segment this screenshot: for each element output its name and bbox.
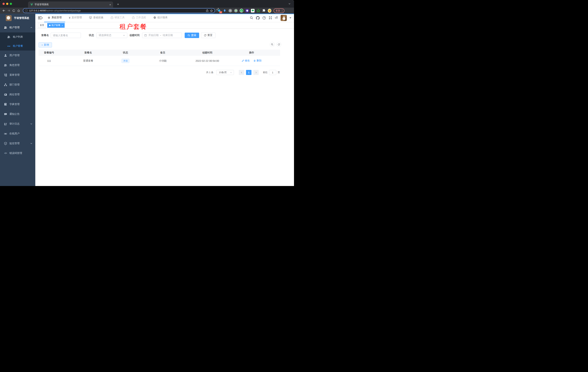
app-header: ⚙系统管理 ¥支付管理 基础设施 研发工具 工作流程 统计报表 TT bbox=[35, 14, 294, 22]
sidebar-item-role-management[interactable]: 角色管理 bbox=[0, 60, 35, 70]
sidebar-item-user-management[interactable]: 用户管理 bbox=[0, 51, 35, 60]
top-nav-dev-tools[interactable]: 研发工具 bbox=[107, 14, 128, 22]
users-icon bbox=[7, 35, 10, 39]
filter-form: 套餐名 状态 请选择状态 创建时间 开始日期 - 结束日期 bbox=[39, 32, 294, 38]
close-window-button[interactable] bbox=[2, 3, 5, 5]
add-button[interactable]: + 新增 bbox=[39, 43, 52, 47]
top-nav-workflow[interactable]: 工作流程 bbox=[128, 14, 150, 22]
back-button[interactable] bbox=[1, 8, 6, 13]
pagination-total: 共 1 条 bbox=[206, 71, 213, 74]
top-nav-system[interactable]: ⚙系统管理 bbox=[44, 14, 65, 22]
user-icon bbox=[4, 54, 7, 57]
page-size-select[interactable]: 10条/页 bbox=[216, 70, 234, 75]
prev-page-button[interactable] bbox=[239, 70, 244, 75]
tab-close-icon[interactable]: × bbox=[109, 3, 111, 6]
tag-tenant-package[interactable]: 租户套餐× bbox=[47, 23, 65, 28]
extension-diamond-icon[interactable]: 10 bbox=[217, 9, 221, 12]
sidebar-item-label: 在线用户 bbox=[10, 132, 20, 135]
url-path: /admin-ui/system/tenant/package bbox=[46, 9, 81, 12]
avatar-caret-icon[interactable] bbox=[289, 17, 291, 19]
fullscreen-icon[interactable] bbox=[269, 16, 272, 20]
browser-menu-kebab-icon[interactable] bbox=[282, 10, 283, 12]
user-avatar[interactable] bbox=[281, 15, 287, 21]
browser-tab[interactable]: 芋道管理系统 × bbox=[28, 1, 113, 8]
top-nav-infra[interactable]: 基础设施 bbox=[85, 14, 107, 22]
toolbox-icon bbox=[111, 16, 113, 19]
plus-icon: + bbox=[42, 44, 43, 46]
sidebar-item-tenant-management[interactable]: 租户管理 bbox=[0, 23, 35, 32]
status-select[interactable]: 请选择状态 bbox=[96, 32, 127, 38]
chevron-down-icon bbox=[230, 71, 232, 74]
extension-gem-icon[interactable] bbox=[223, 9, 226, 12]
col-header: 套餐编号 bbox=[39, 51, 60, 54]
address-bar[interactable]: i 127.0.0.1:48080/admin-ui/system/tenant… bbox=[23, 8, 215, 13]
github-icon[interactable] bbox=[256, 16, 260, 20]
extension-y-icon[interactable]: y bbox=[240, 9, 243, 12]
tree-icon bbox=[4, 83, 7, 86]
search-icon[interactable] bbox=[250, 16, 253, 20]
sidebar-item-label: 审计日志 bbox=[10, 122, 20, 126]
site-info-icon[interactable]: i bbox=[25, 9, 28, 12]
share-icon[interactable] bbox=[206, 9, 209, 12]
edit-link[interactable]: 修改 bbox=[242, 59, 250, 62]
tag-home[interactable]: 首页 bbox=[38, 23, 46, 28]
top-nav-payment[interactable]: ¥支付管理 bbox=[65, 14, 85, 22]
sidebar-item-dept-management[interactable]: 部门管理 bbox=[0, 80, 35, 90]
sidebar-item-label: 错误码管理 bbox=[10, 152, 22, 155]
browser-toolbar: i 127.0.0.1:48080/admin-ui/system/tenant… bbox=[0, 8, 294, 14]
tag-close-icon[interactable]: × bbox=[62, 24, 63, 26]
forward-button[interactable] bbox=[6, 8, 11, 13]
sidebar-item-audit-log[interactable]: 审计日志 bbox=[0, 119, 35, 129]
top-nav-report[interactable]: 统计报表 bbox=[150, 14, 171, 22]
name-input[interactable] bbox=[51, 32, 81, 38]
delete-link[interactable]: 删除 bbox=[253, 59, 262, 62]
sidebar-item-dict-management[interactable]: 字典管理 bbox=[0, 99, 35, 109]
active-dot bbox=[49, 25, 51, 26]
home-button[interactable] bbox=[16, 8, 21, 13]
date-separator: - bbox=[160, 34, 161, 37]
sidebar-item-tenant-list[interactable]: 租户列表 bbox=[0, 32, 35, 42]
page-content: 套餐名 状态 请选择状态 创建时间 开始日期 - 结束日期 bbox=[35, 28, 294, 186]
goto-page-input[interactable] bbox=[269, 70, 276, 75]
sidebar-item-notice[interactable]: 通知公告 bbox=[0, 109, 35, 119]
sidebar-collapse-icon[interactable] bbox=[38, 16, 42, 19]
sidebar-item-error-code[interactable]: </> 错误码管理 bbox=[0, 148, 35, 158]
extension-command-icon[interactable]: ⌘ bbox=[229, 9, 232, 12]
reload-button[interactable] bbox=[11, 8, 16, 13]
reset-button[interactable]: 重置 bbox=[201, 32, 215, 38]
sidebar-item-menu-management[interactable]: 菜单管理 bbox=[0, 70, 35, 80]
col-header: 操作 bbox=[223, 51, 280, 54]
extension-star-icon[interactable] bbox=[257, 9, 260, 12]
url-text[interactable]: 127.0.0.1:48080/admin-ui/system/tenant/p… bbox=[29, 9, 204, 12]
browser-update-button[interactable]: 更新 bbox=[273, 8, 284, 13]
search-button[interactable]: 搜索 bbox=[185, 32, 199, 38]
create-time-label: 创建时间 bbox=[129, 34, 140, 37]
page-number-1[interactable]: 1 bbox=[246, 70, 252, 75]
refresh-table-button[interactable] bbox=[276, 42, 281, 47]
minimize-window-button[interactable] bbox=[6, 3, 8, 5]
sidebar-item-online-users[interactable]: 在线用户 bbox=[0, 129, 35, 138]
sidebar-item-post-management[interactable]: 岗位管理 bbox=[0, 90, 35, 99]
extensions-puzzle-icon[interactable] bbox=[262, 9, 266, 12]
sidebar-logo-row[interactable]: 芋道管理系统 bbox=[0, 14, 35, 23]
extension-record-icon[interactable] bbox=[234, 9, 238, 12]
table-header-row: 套餐编号 套餐名 状态 备注 创建时间 操作 bbox=[39, 50, 280, 56]
sidebar-item-sms-management[interactable]: 短信管理 bbox=[0, 138, 35, 148]
sidebar-item-label: 岗位管理 bbox=[10, 93, 20, 96]
next-page-button[interactable] bbox=[253, 70, 259, 75]
new-tab-button[interactable]: + bbox=[116, 2, 120, 7]
extension-shield-icon[interactable] bbox=[245, 9, 249, 12]
glasses-icon bbox=[7, 44, 10, 48]
show-search-button[interactable] bbox=[270, 42, 275, 47]
sidebar-item-tenant-package[interactable]: 租户套餐 bbox=[0, 42, 35, 51]
font-size-icon[interactable]: TT bbox=[275, 16, 278, 19]
question-icon[interactable] bbox=[262, 16, 266, 20]
date-range-picker[interactable]: 开始日期 - 结束日期 bbox=[142, 32, 182, 38]
sidebar-item-label: 通知公告 bbox=[10, 112, 20, 116]
profile-avatar-emoji[interactable] bbox=[268, 9, 271, 12]
bookmark-star-icon[interactable] bbox=[210, 9, 213, 12]
extension-chat-icon[interactable] bbox=[251, 9, 254, 12]
tab-search-chevron-icon[interactable] bbox=[288, 2, 291, 5]
status-badge: 开启 bbox=[121, 59, 129, 63]
zoom-window-button[interactable] bbox=[10, 3, 12, 5]
